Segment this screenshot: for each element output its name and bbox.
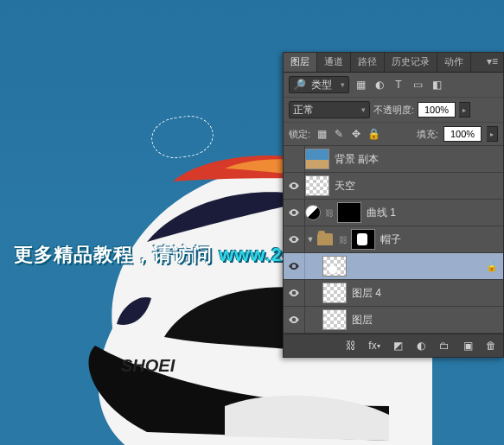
visibility-toggle[interactable] <box>284 226 305 252</box>
panel-menu-icon[interactable]: ▾≡ <box>482 53 503 72</box>
add-mask-button[interactable]: ◩ <box>387 336 408 355</box>
layer-fx-button[interactable]: fx▾ <box>364 336 385 355</box>
lock-row: 锁定: ▦ ✎ ✥ 🔒 填充: 100% ▸ <box>284 123 503 146</box>
chevron-down-icon: ▾ <box>341 80 345 89</box>
layer-thumbnail <box>322 283 347 303</box>
folder-icon <box>317 233 333 245</box>
link-icon: ⛓ <box>338 235 348 245</box>
filter-pixel-icon[interactable]: ▦ <box>353 77 368 92</box>
visibility-toggle[interactable] <box>284 253 305 279</box>
visibility-toggle[interactable] <box>284 146 305 172</box>
layer-name[interactable]: 帽子 <box>380 232 401 247</box>
lock-icons: ▦ ✎ ✥ 🔒 <box>316 128 380 140</box>
fill-label: 填充: <box>417 128 438 141</box>
new-layer-button[interactable]: ▣ <box>457 336 478 355</box>
layer-mask-thumbnail <box>337 202 361 223</box>
filter-type-icon[interactable]: T <box>391 77 406 92</box>
tab-history[interactable]: 历史记录 <box>385 53 437 72</box>
layer-name[interactable]: 图层 4 <box>352 286 381 301</box>
filter-kind-label: 类型 <box>311 78 332 92</box>
search-icon: 🔎 <box>293 79 306 91</box>
lock-pixels-icon[interactable]: ✎ <box>333 128 345 140</box>
layer-name[interactable]: 背景 副本 <box>335 152 379 167</box>
layer-thumbnail <box>305 175 329 196</box>
blend-mode-select[interactable]: 正常 ▾ <box>289 101 370 118</box>
layer-name[interactable]: 图层 <box>352 313 373 327</box>
layer-thumbnail <box>305 149 329 169</box>
blend-row: 正常 ▾ 不透明度: 100% ▸ <box>284 98 503 123</box>
opacity-label: 不透明度: <box>373 104 414 117</box>
layer-row[interactable]: ⛓ 曲线 1 <box>284 200 503 226</box>
link-layers-button[interactable]: ⛓ <box>341 336 361 355</box>
filter-smart-icon[interactable]: ◧ <box>429 77 444 92</box>
filter-row: 🔎 类型 ▾ ▦ ◐ T ▭ ◧ <box>284 73 503 98</box>
delete-layer-button[interactable]: 🗑 <box>481 336 501 355</box>
opacity-stepper[interactable]: ▸ <box>459 102 470 118</box>
layer-row[interactable]: 背景 副本 <box>284 146 503 173</box>
link-icon: ⛓ <box>324 208 335 218</box>
blend-mode-value: 正常 <box>293 103 314 118</box>
opacity-value[interactable]: 100% <box>418 102 456 118</box>
lock-position-icon[interactable]: ✥ <box>350 128 362 140</box>
tab-channels[interactable]: 通道 <box>317 53 351 72</box>
filter-kind-select[interactable]: 🔎 类型 ▾ <box>289 76 349 93</box>
chevron-down-icon: ▾ <box>361 105 366 114</box>
panel-footer: ⛓ fx▾ ◩ ◐ 🗀 ▣ 🗑 <box>284 334 503 357</box>
visibility-toggle[interactable] <box>284 307 305 333</box>
lock-all-icon[interactable]: 🔒 <box>367 128 380 140</box>
folder-arrow-icon[interactable]: ▼ <box>305 235 316 244</box>
layers-list: 背景 副本 天空 ⛓ 曲线 1 ▼ ⛓ 帽子 <box>284 146 503 334</box>
layer-name[interactable]: 曲线 1 <box>367 206 396 220</box>
fx-label: fx <box>368 340 376 352</box>
new-adjustment-button[interactable]: ◐ <box>411 336 431 355</box>
watermark-text: 更多精品教程，请访问 <box>14 244 219 265</box>
tab-actions[interactable]: 动作 <box>437 53 471 72</box>
lock-transparent-icon[interactable]: ▦ <box>316 128 328 140</box>
new-group-button[interactable]: 🗀 <box>434 336 455 355</box>
layer-row[interactable]: 天空 <box>284 173 503 200</box>
canvas-background: SHOEI 更多精品教程，请访问 www.240PS.com 图层 通道 路径 … <box>0 0 504 445</box>
lock-icon: 🔒 <box>486 261 498 272</box>
lock-label: 锁定: <box>289 128 310 141</box>
tab-paths[interactable]: 路径 <box>351 53 385 72</box>
panel-tabs: 图层 通道 路径 历史记录 动作 ▾≡ <box>284 53 503 73</box>
visibility-toggle[interactable] <box>284 280 305 306</box>
layer-row[interactable]: 图层 4 <box>284 280 503 307</box>
layer-row[interactable]: ▼ ⛓ 帽子 <box>284 226 503 253</box>
layer-row[interactable]: 图层 <box>284 307 503 334</box>
svg-text:SHOEI: SHOEI <box>121 356 175 375</box>
layer-mask-thumbnail <box>351 229 375 250</box>
layers-panel: 图层 通道 路径 历史记录 动作 ▾≡ 🔎 类型 ▾ ▦ ◐ T ▭ ◧ 正常 … <box>283 52 504 358</box>
layer-thumbnail <box>322 309 347 330</box>
layer-name[interactable]: 天空 <box>335 179 355 194</box>
visibility-toggle[interactable] <box>284 200 305 226</box>
tab-layers[interactable]: 图层 <box>284 53 317 72</box>
fill-value[interactable]: 100% <box>443 126 482 142</box>
fill-stepper[interactable]: ▸ <box>487 126 498 142</box>
filter-shape-icon[interactable]: ▭ <box>410 77 425 92</box>
layer-row[interactable]: 🔒 <box>284 253 503 280</box>
visibility-toggle[interactable] <box>284 173 305 199</box>
layer-thumbnail <box>322 256 347 277</box>
filter-adjust-icon[interactable]: ◐ <box>372 77 387 92</box>
adjustment-icon <box>305 205 321 220</box>
